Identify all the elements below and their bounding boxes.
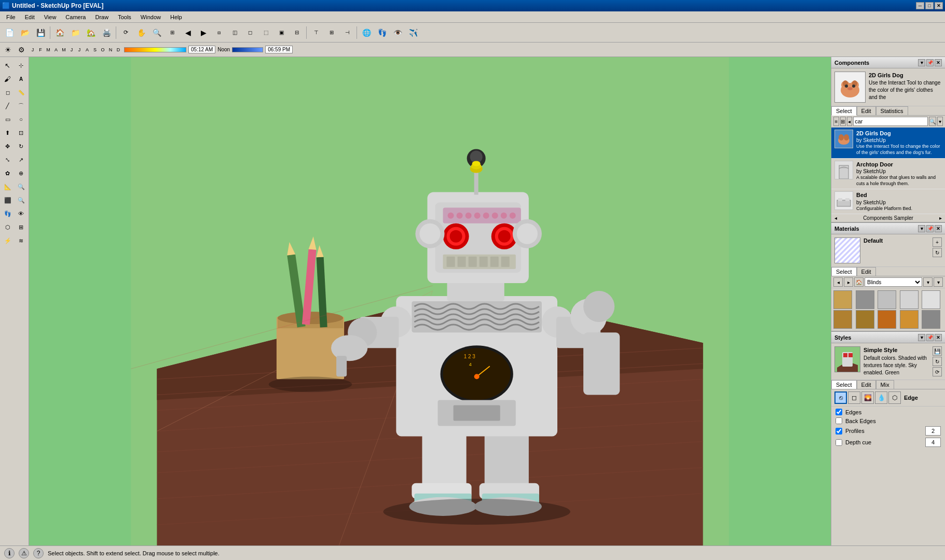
view-grid-button[interactable]: ⊞	[840, 117, 846, 126]
sandbox-tool[interactable]: ≋	[15, 234, 28, 247]
material-refresh-button[interactable]: ↻	[933, 248, 942, 257]
shadow-toggle[interactable]: ☀	[2, 44, 13, 55]
move-tool[interactable]: ✥	[2, 140, 14, 152]
right-view-button[interactable]: ⊣	[340, 25, 354, 40]
view-4-button[interactable]: ▣	[274, 25, 289, 40]
push-pull-tool[interactable]: ⬆	[2, 127, 14, 139]
follow-tool[interactable]: ↗	[15, 153, 28, 166]
solid-tool[interactable]: ⊕	[15, 167, 28, 179]
styles-mix-tab[interactable]: Mix	[876, 380, 894, 389]
new-button[interactable]: 📄	[2, 25, 17, 40]
components-footer-next[interactable]: ▸	[939, 215, 942, 221]
circle-tool[interactable]: ○	[15, 113, 28, 125]
section-cut-tool[interactable]: 🔍	[15, 194, 28, 206]
menu-camera[interactable]: Camera	[61, 13, 90, 21]
walk-button[interactable]: 👣	[375, 25, 389, 40]
material-add-button[interactable]: +	[933, 237, 942, 247]
time-of-day-slider[interactable]	[232, 47, 263, 52]
view-1-button[interactable]: ◫	[227, 25, 242, 40]
section-planes-button[interactable]: ⧈	[212, 25, 226, 40]
menu-window[interactable]: Window	[136, 13, 165, 21]
menu-view[interactable]: View	[40, 13, 61, 21]
geo-location-button[interactable]: 🌐	[359, 25, 374, 40]
profiles-value-input[interactable]	[925, 426, 941, 436]
home-button[interactable]: 🏠	[52, 25, 67, 40]
components-footer-prev[interactable]: ◂	[834, 215, 837, 221]
components-statistics-tab[interactable]: Statistics	[876, 106, 908, 115]
mat-home-button[interactable]: 🏠	[854, 277, 864, 287]
tape-tool[interactable]: 📏	[15, 86, 28, 99]
viewport[interactable]: 1 2 3 4	[29, 57, 831, 545]
house-button[interactable]: 🏡	[84, 25, 98, 40]
component-select-tool[interactable]: ⊹	[15, 59, 28, 72]
styles-close-button[interactable]: ✕	[935, 334, 942, 341]
menu-draw[interactable]: Draw	[91, 13, 113, 21]
component-tool[interactable]: ⬡	[2, 221, 14, 233]
look-button[interactable]: 👁️	[390, 25, 405, 40]
interact-tool[interactable]: ⚡	[2, 234, 14, 247]
front-view-button[interactable]: ⊞	[324, 25, 339, 40]
menu-help[interactable]: Help	[166, 13, 186, 21]
paint-tool[interactable]: 🖌	[2, 73, 14, 85]
style-face-icon[interactable]: ◻	[848, 391, 860, 404]
menu-file[interactable]: File	[2, 13, 20, 21]
zoom-extents-button[interactable]: ⊞	[165, 25, 180, 40]
view-list-button[interactable]: ≡	[833, 117, 839, 126]
fly-button[interactable]: ✈️	[406, 25, 420, 40]
rotate-tool[interactable]: ↻	[15, 140, 28, 152]
scale-tool[interactable]: ⤡	[2, 153, 14, 166]
select-tool[interactable]: ↖	[2, 59, 14, 72]
mat-settings-button[interactable]: ▾	[934, 277, 943, 287]
materials-close-button[interactable]: ✕	[935, 225, 942, 232]
intersect-tool[interactable]: ✿	[2, 167, 14, 179]
nav-back-button[interactable]: ◂	[847, 117, 853, 126]
edges-checkbox[interactable]	[836, 409, 842, 415]
mat-back-button[interactable]: ◂	[833, 277, 843, 287]
components-edit-tab[interactable]: Edit	[857, 106, 876, 115]
next-view-button[interactable]: ▶	[196, 25, 211, 40]
eraser-tool[interactable]: ◻	[2, 86, 14, 99]
mat-forward-button[interactable]: ▸	[844, 277, 853, 287]
material-swatch-4[interactable]	[900, 290, 919, 309]
look-around-tool[interactable]: 👁	[15, 207, 28, 220]
view-5-button[interactable]: ⊟	[290, 25, 304, 40]
prev-view-button[interactable]: ◀	[181, 25, 195, 40]
walk-tool[interactable]: 👣	[2, 207, 14, 220]
open-button[interactable]: 📂	[18, 25, 32, 40]
save-button[interactable]: 💾	[33, 25, 48, 40]
profiles-checkbox[interactable]	[836, 428, 842, 435]
style-edges-icon[interactable]: ⎋	[834, 391, 847, 404]
materials-select-tab[interactable]: Select	[831, 267, 857, 276]
view-3-button[interactable]: ⬚	[258, 25, 273, 40]
style-watermark-icon[interactable]: 💧	[875, 391, 887, 404]
top-view-button[interactable]: ⊤	[309, 25, 323, 40]
text-tool[interactable]: A	[15, 73, 28, 85]
mat-dropdown-button[interactable]: ▾	[923, 277, 933, 287]
close-button[interactable]: ✕	[935, 2, 943, 9]
components-settings-button[interactable]: ▾	[937, 117, 943, 126]
material-swatch-5[interactable]	[922, 290, 940, 309]
styles-pin-button[interactable]: 📌	[926, 334, 934, 341]
components-collapse-button[interactable]: ▾	[918, 59, 925, 66]
protractor-tool[interactable]: 🔍	[15, 180, 28, 193]
material-swatch-1[interactable]	[833, 290, 852, 309]
search-button[interactable]: 🔍	[929, 117, 936, 126]
folder-button[interactable]: 📁	[68, 25, 83, 40]
back-edges-checkbox[interactable]	[836, 417, 842, 424]
rectangle-tool[interactable]: ▭	[2, 113, 14, 125]
component-item-3[interactable]: Bed by SketchUp Configurable Platform Be…	[831, 189, 945, 214]
style-refresh-button[interactable]: ↻	[933, 357, 942, 366]
material-swatch-3[interactable]	[878, 290, 896, 309]
menu-edit[interactable]: Edit	[21, 13, 39, 21]
line-tool[interactable]: ╱	[2, 100, 14, 112]
group-tool[interactable]: ⊞	[15, 221, 28, 233]
material-swatch-9[interactable]	[900, 310, 919, 329]
styles-collapse-button[interactable]: ▾	[918, 334, 925, 341]
components-select-tab[interactable]: Select	[831, 106, 857, 116]
depth-cue-value-input[interactable]	[925, 438, 941, 447]
style-modeling-icon[interactable]: ⬡	[888, 391, 901, 404]
style-save-button[interactable]: 💾	[933, 346, 942, 356]
style-reset-button[interactable]: ⟳	[933, 367, 942, 376]
material-swatch-6[interactable]	[833, 310, 852, 329]
view-2-button[interactable]: ◻	[243, 25, 257, 40]
